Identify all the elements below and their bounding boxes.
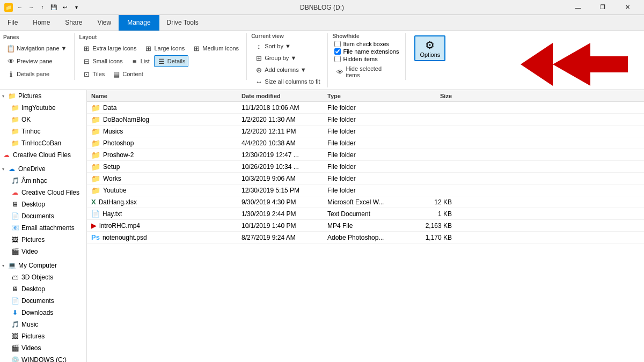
item-checkboxes-toggle[interactable]: Item check boxes [332, 40, 401, 48]
header-date[interactable]: Date modified [239, 93, 325, 99]
file-row[interactable]: 📁 Photoshop 4/4/2020 10:38 AM File folde… [87, 137, 644, 149]
preview-pane-btn[interactable]: 👁 Preview pane [3, 55, 70, 67]
folder-icon: 📁 [91, 174, 100, 183]
file-row[interactable]: ▶ introRHC.mp4 10/1/2019 1:40 PM MP4 Fil… [87, 220, 644, 232]
list-btn[interactable]: ≡ List [127, 55, 153, 67]
add-columns-btn[interactable]: ⊕ Add columns ▼ [251, 64, 323, 76]
folder-icon: 📁 [91, 139, 100, 147]
qa-forward[interactable]: → [26, 3, 36, 12]
tab-share[interactable]: Share [57, 15, 90, 31]
file-row[interactable]: 📁 Data 11/1/2018 10:06 AM File folder [87, 102, 644, 114]
group-icon: ⊞ [254, 54, 263, 62]
file-date-cell: 10/3/2019 9:06 AM [239, 175, 325, 182]
sidebar-item-videos[interactable]: 🎬 Videos [0, 342, 86, 354]
tab-manage[interactable]: Manage [119, 15, 159, 31]
file-type-cell: File folder [325, 151, 411, 159]
file-date-cell: 8/27/2019 9:24 AM [239, 234, 325, 241]
tab-file[interactable]: File [0, 15, 25, 31]
hidden-items-input[interactable] [334, 56, 341, 62]
options-button[interactable]: ⚙ Options [414, 35, 445, 61]
layout-row2: ⊟ Small icons ≡ List ☰ Details [79, 55, 242, 67]
sidebar-item-documents2[interactable]: 📄 Documents [0, 295, 86, 307]
sidebar-item-music[interactable]: 🎵 Music [0, 319, 86, 330]
sort-by-btn[interactable]: ↕ Sort by ▼ [251, 40, 323, 52]
add-columns-icon: ⊕ [254, 65, 263, 74]
sidebar-item-am-nhac[interactable]: 🎵 Âm nhạc [0, 175, 86, 187]
content-btn[interactable]: ▤ Content [109, 68, 147, 80]
extra-large-icon: ⊞ [82, 44, 91, 53]
qa-dropdown[interactable]: ▾ [71, 3, 81, 12]
sidebar-item-pictures3[interactable]: 🖼 Pictures [0, 330, 86, 342]
file-extensions-input[interactable] [334, 48, 341, 55]
sidebar-item-documents[interactable]: 📄 Documents [0, 210, 86, 222]
sidebar-item-creative-cloud-files[interactable]: ☁ Creative Cloud Files [0, 149, 86, 161]
file-extensions-toggle[interactable]: File name extensions [332, 48, 401, 55]
header-name[interactable]: Name [89, 93, 239, 99]
file-type-cell: Adobe Photoshop... [325, 234, 411, 241]
ok-folder-icon: 📁 [11, 115, 19, 124]
tab-drive-tools[interactable]: Drive Tools [159, 15, 206, 31]
sidebar-item-tinhoc[interactable]: 📁 Tinhoc [0, 125, 86, 137]
qa-undo[interactable]: ↩ [60, 3, 70, 12]
sidebar-item-windows[interactable]: 💿 WINDOWS (C:) [0, 354, 86, 362]
tiles-icon: ⊡ [82, 70, 91, 78]
qa-up[interactable]: ↑ [38, 3, 47, 12]
file-row[interactable]: 📁 Proshow-2 12/30/2019 12:47 ... File fo… [87, 149, 644, 161]
item-checkboxes-input[interactable] [334, 41, 341, 47]
extra-large-icons-btn[interactable]: ⊞ Extra large icons [79, 42, 140, 54]
tab-view[interactable]: View [90, 15, 119, 31]
sidebar-item-creative-cloud2[interactable]: ☁ Creative Cloud Files [0, 187, 86, 198]
minimize-button[interactable]: — [566, 0, 590, 15]
file-row[interactable]: 📁 DoBaoNamBlog 1/2/2020 11:30 AM File fo… [87, 114, 644, 125]
file-row[interactable]: 📁 Musics 1/2/2020 12:11 PM File folder [87, 125, 644, 137]
email-icon: 📧 [11, 224, 19, 232]
details-btn[interactable]: ☰ Details [154, 55, 189, 67]
file-row[interactable]: 📁 Works 10/3/2019 9:06 AM File folder [87, 173, 644, 184]
tiles-btn[interactable]: ⊡ Tiles [79, 68, 108, 80]
details-icon: ☰ [157, 57, 166, 65]
sidebar-item-ok[interactable]: 📁 OK [0, 114, 86, 125]
sidebar-item-pictures2[interactable]: 🖼 Pictures [0, 234, 86, 246]
folder-icon: 📁 [91, 115, 100, 124]
sidebar-item-tinhoccoban[interactable]: 📁 TinHocCoBan [0, 137, 86, 149]
close-button[interactable]: ✕ [615, 0, 640, 15]
file-row[interactable]: Ps notenought.psd 8/27/2019 9:24 AM Adob… [87, 232, 644, 243]
file-row[interactable]: 📄 Hay.txt 1/30/2019 2:44 PM Text Documen… [87, 208, 644, 220]
qa-back[interactable]: ← [15, 3, 25, 12]
showhide-heading: Show/hide [332, 33, 401, 39]
sidebar-item-desktop2[interactable]: 🖥 Desktop [0, 283, 86, 295]
large-icons-btn[interactable]: ⊞ Large icons [141, 42, 188, 54]
tab-home[interactable]: Home [25, 15, 57, 31]
details-pane-btn[interactable]: ℹ Details pane [3, 68, 70, 80]
file-row[interactable]: 📁 Youtube 12/30/2019 5:15 PM File folder [87, 184, 644, 196]
sidebar-item-onedrive[interactable]: ▾ ☁ OneDrive [0, 163, 86, 175]
header-size[interactable]: Size [411, 93, 454, 99]
sidebar-item-imgyoutube[interactable]: 📁 ImgYoutube [0, 102, 86, 114]
file-date-cell: 11/1/2018 10:06 AM [239, 104, 325, 112]
nav-pane-btn[interactable]: 📋 Navigation pane ▼ [3, 42, 70, 54]
sidebar-item-downloads[interactable]: ⬇ Downloads [0, 307, 86, 319]
sidebar-item-email[interactable]: 📧 Email attachments [0, 222, 86, 234]
pictures2-icon: 🖼 [11, 235, 19, 244]
file-name-cell: 📁 Photoshop [89, 139, 239, 147]
hidden-items-toggle[interactable]: Hidden items [332, 55, 401, 63]
layout-row1: ⊞ Extra large icons ⊞ Large icons ⊞ Medi… [79, 42, 242, 54]
qa-save[interactable]: 💾 [49, 3, 58, 12]
size-all-btn[interactable]: ↔ Size all columns to fit [251, 76, 323, 87]
medium-icons-btn[interactable]: ⊞ Medium icons [189, 42, 242, 54]
onedrive-icon: ☁ [8, 165, 16, 173]
sidebar-item-video[interactable]: 🎬 Video [0, 246, 86, 257]
sidebar-item-mycomputer[interactable]: ▾ 💻 My Computer [0, 260, 86, 271]
details-pane-icon: ℹ [6, 70, 15, 78]
small-icons-btn[interactable]: ⊟ Small icons [79, 55, 126, 67]
file-row[interactable]: X DatHang.xlsx 9/30/2019 4:30 PM Microso… [87, 196, 644, 208]
group-by-btn[interactable]: ⊞ Group by ▼ [251, 52, 323, 64]
header-type[interactable]: Type [325, 93, 411, 99]
ribbon-tabs: File Home Share View Manage Drive Tools [0, 15, 644, 31]
sidebar-item-desktop[interactable]: 🖥 Desktop [0, 198, 86, 210]
maximize-button[interactable]: ❐ [590, 0, 615, 15]
sidebar-item-3d[interactable]: 🗃 3D Objects [0, 271, 86, 283]
sidebar-item-pictures[interactable]: ▾ 📁 Pictures [0, 90, 86, 102]
file-row[interactable]: 📁 Setup 10/26/2019 10:34 ... File folder [87, 161, 644, 173]
hide-selected-btn[interactable]: 👁 Hide selecteditems [332, 64, 401, 80]
